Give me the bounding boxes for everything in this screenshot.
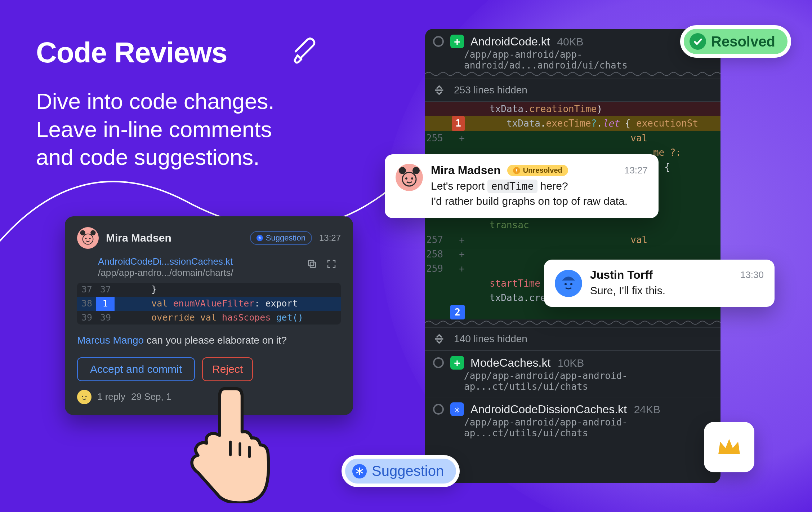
file-path: /app/app-android/app-android-ap...ct/uti… (425, 370, 720, 397)
code-line-added[interactable]: transac (425, 218, 720, 232)
expand-fold-icon (433, 84, 445, 96)
suggestion-file-path: /app/app-andro.../domain/charts/ (98, 267, 233, 278)
svg-rect-9 (308, 260, 314, 266)
svg-point-12 (85, 396, 86, 397)
file-size: 10KB (558, 357, 584, 369)
wavy-divider (425, 71, 720, 77)
suggestion-badge: ✳ Suggestion (250, 231, 312, 245)
file-status-modified-icon: ✳ (450, 402, 464, 416)
avatar-justin[interactable] (555, 270, 582, 297)
file-header-row[interactable]: ✳ AndroidCodeDissionCaches.kt 24KB (425, 397, 720, 417)
stamp-icon (292, 36, 321, 65)
avatar-face-icon (79, 229, 97, 247)
hero-subtitle-line: Dive into code changes. (36, 87, 275, 115)
svg-point-11 (82, 396, 83, 397)
comment-bubble-justin[interactable]: Justin Torff 13:30 Sure, I'll fix this. (544, 260, 775, 307)
comment-body: Marcus Mango can you please elaborate on… (77, 333, 341, 348)
svg-point-21 (570, 283, 572, 285)
code-fold-expand[interactable]: 253 lines hidden (425, 79, 720, 102)
unresolved-badge: ! Unresolved (507, 165, 568, 176)
file-radio-unchecked[interactable] (433, 36, 444, 47)
code-review-panel: + AndroidCode.kt 40KB /app/app-android/a… (425, 29, 720, 483)
svg-point-10 (79, 391, 90, 403)
resolved-label: Resolved (711, 34, 775, 50)
svg-point-19 (558, 273, 579, 294)
crown-icon (715, 433, 744, 462)
file-status-added-icon: + (450, 35, 464, 48)
svg-point-3 (80, 230, 85, 235)
inline-comment-marker[interactable]: 2 (450, 305, 465, 319)
comment-body: Sure, I'll fix this. (590, 283, 764, 298)
file-name: AndroidCodeDissionCaches.kt (470, 403, 627, 416)
code-line-highlighted[interactable]: 1 txData.execTime?.let { executionSt (425, 116, 720, 131)
reply-date: 29 Sep, 1 (131, 391, 171, 402)
svg-point-14 (399, 167, 406, 174)
pointing-hand-icon (184, 382, 270, 503)
accept-commit-button[interactable]: Accept and commit (77, 357, 195, 381)
suggestion-file-name[interactable]: AndroidCodeDi...ssionCaches.kt (98, 256, 233, 267)
crown-badge-card (704, 422, 754, 472)
file-name: ModeCaches.kt (470, 356, 550, 369)
hero-subtitle-line: and code suggestions. (36, 143, 275, 171)
resolved-pill: Resolved (680, 25, 791, 58)
avatar-mira[interactable] (396, 164, 423, 191)
suggestion-code-block: 3737 } 381 val enumVAlueFilter: export 3… (77, 283, 341, 325)
svg-point-6 (85, 238, 86, 239)
code-line-added[interactable]: 257+ val (425, 233, 720, 247)
svg-point-7 (89, 238, 91, 239)
comment-time: 13:30 (740, 269, 764, 281)
inline-comment-marker[interactable]: 1 (452, 116, 465, 131)
suggestion-pill: Suggestion (342, 455, 460, 487)
comment-author: Mira Madsen (106, 232, 171, 244)
comment-time: 13:27 (319, 233, 341, 243)
comment-time: 13:27 (624, 165, 648, 176)
reject-button[interactable]: Reject (202, 357, 253, 381)
inline-code: endTime (487, 180, 537, 193)
file-path: /app/app-android/app-android-ap...ct/uti… (425, 417, 720, 443)
comment-bubble-mira[interactable]: Mira Madsen ! Unresolved 13:27 Let's rep… (385, 154, 659, 218)
file-radio-unchecked[interactable] (433, 404, 444, 415)
copy-icon[interactable] (304, 256, 320, 272)
fold-label: 140 lines hidden (454, 333, 527, 345)
hero-subtitle: Dive into code changes. Leave in-line co… (36, 87, 275, 171)
expand-fold-icon (433, 333, 445, 345)
svg-point-18 (411, 177, 413, 180)
code-line-removed[interactable]: txData.creationTime) (425, 102, 720, 116)
hero-title: Code Reviews (36, 36, 275, 69)
avatar-face-icon (398, 167, 420, 188)
file-header-row[interactable]: + AndroidCode.kt 40KB (425, 29, 720, 49)
reply-count: 1 reply (97, 391, 125, 402)
user-mention[interactable]: Marcus Mango (77, 335, 144, 346)
avatar-mira[interactable] (77, 227, 99, 249)
avatar-face-icon (558, 273, 579, 294)
comment-author: Justin Torff (590, 268, 653, 282)
line-change-marker: 1 (96, 297, 115, 311)
fold-label: 253 lines hidden (454, 84, 527, 96)
file-size: 40KB (557, 36, 583, 48)
file-header-row[interactable]: + ModeCaches.kt 10KB (425, 350, 720, 370)
comment-body: Let's report endTime here? I'd rather bu… (431, 178, 648, 209)
code-line-added[interactable]: 255+ val (425, 131, 720, 145)
checkmark-icon (690, 33, 706, 50)
hero-block: Code Reviews Dive into code changes. Lea… (36, 36, 275, 171)
file-radio-unchecked[interactable] (433, 357, 444, 368)
svg-point-4 (90, 230, 95, 235)
comment-author: Mira Madsen (431, 164, 501, 177)
svg-rect-8 (310, 262, 316, 268)
svg-point-17 (405, 177, 407, 180)
file-name: AndroidCode.kt (470, 35, 550, 48)
file-status-added-icon: + (450, 356, 464, 370)
suggestion-label: Suggestion (372, 463, 444, 479)
code-fold-expand[interactable]: 140 lines hidden (425, 327, 720, 350)
file-size: 24KB (634, 403, 660, 415)
code-line-added[interactable]: 2 (425, 305, 720, 319)
expand-icon[interactable] (324, 256, 339, 272)
file-path: /app/app-android/app-android/ad...androi… (425, 49, 720, 71)
wavy-divider (425, 319, 720, 326)
svg-point-20 (565, 283, 567, 285)
avatar-small (77, 390, 92, 404)
hero-subtitle-line: Leave in-line comments (36, 115, 275, 144)
asterisk-icon (352, 464, 367, 478)
svg-point-15 (412, 167, 420, 174)
